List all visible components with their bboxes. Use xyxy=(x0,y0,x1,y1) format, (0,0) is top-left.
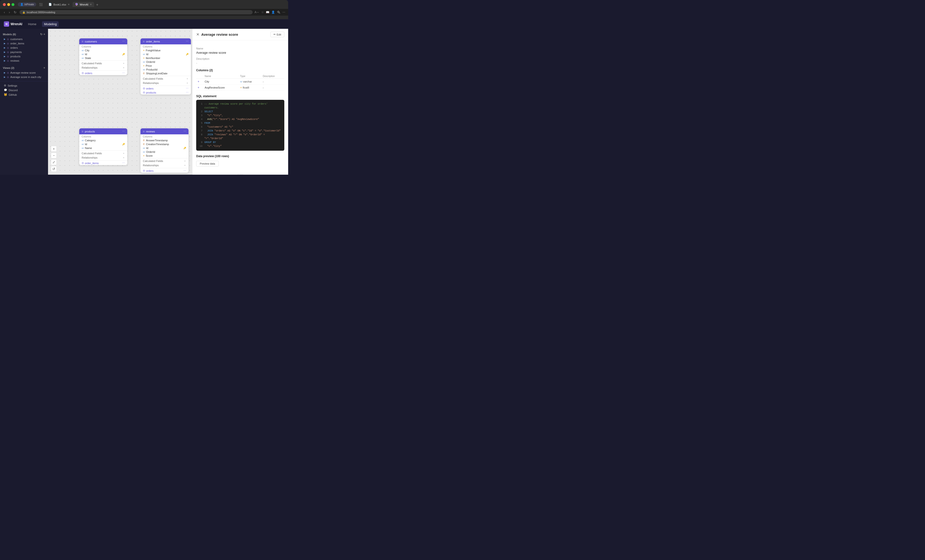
sidebar-item-order-items[interactable]: ▶ ⊙ order_items xyxy=(0,41,48,46)
translate-icon[interactable]: A↔ xyxy=(255,11,259,14)
preview-data-btn[interactable]: Preview data xyxy=(196,161,219,167)
tab-close-wrenai[interactable]: ✕ xyxy=(90,3,92,6)
tab-list-btn[interactable]: ⬛ xyxy=(39,3,43,6)
reviews-rel-expand-btn[interactable]: ＋ xyxy=(184,164,186,167)
panel-col-city-add-btn[interactable]: + xyxy=(197,80,199,83)
reviews-rel-label: Relationships xyxy=(143,164,159,167)
maximize-window-btn[interactable] xyxy=(12,3,14,6)
nav-modeling[interactable]: Modeling xyxy=(42,21,59,27)
refresh-models-btn[interactable]: ↻ xyxy=(40,33,42,36)
reviews-link-menu[interactable]: ⋯ xyxy=(184,169,186,172)
reload-btn[interactable]: ↻ xyxy=(13,10,18,15)
products-link-order-items[interactable]: ⊙ order_items ⋯ xyxy=(79,161,127,165)
panel-col-row-city: + City az varchar - xyxy=(196,79,284,85)
products-link-menu[interactable]: ⋯ xyxy=(122,162,125,165)
add-model-btn[interactable]: + xyxy=(44,33,45,36)
name-field-label: Name xyxy=(196,47,284,50)
tab-wrenai[interactable]: 🔮 WrenAI ✕ xyxy=(72,2,94,7)
models-header: Models (6) xyxy=(3,33,16,36)
customers-link-menu[interactable]: ⋯ xyxy=(122,72,125,75)
order-items-calc-fields[interactable]: Calculated Fields ＋ xyxy=(140,77,191,81)
sidebar-item-label-reviews: reviews xyxy=(11,59,19,62)
panel-edit-btn[interactable]: ✏ Edit xyxy=(270,32,284,37)
address-bar[interactable]: 🔒 localhost:3000/modeling xyxy=(20,10,253,14)
customers-card-menu-btn[interactable]: ⋯ xyxy=(122,40,125,43)
add-view-btn[interactable]: + xyxy=(44,66,45,70)
sidebar-item-avg-review[interactable]: ▶ ⊙ Average review score xyxy=(0,71,48,75)
sidebar-item-payments[interactable]: ▶ ⊙ payments xyxy=(0,50,48,54)
new-tab-btn[interactable]: + xyxy=(95,3,99,7)
sidebar-item-products[interactable]: ▶ ⊙ products xyxy=(0,54,48,59)
no-data-icon: 🗂 xyxy=(237,171,244,175)
sidebar-item-icon-reviews: ▶ xyxy=(4,60,6,62)
reviews-relationships[interactable]: Relationships ＋ xyxy=(140,163,188,167)
order-items-relationships[interactable]: Relationships ＋ xyxy=(140,81,191,85)
sidebar-item-icon-products: ▶ xyxy=(4,55,6,58)
sidebar-item-orders[interactable]: ▶ ⊙ orders xyxy=(0,46,48,50)
customers-calc-expand-btn[interactable]: ＋ xyxy=(122,62,125,65)
card-order-items: ⊙ order_items ⋯ Columns ≋ FreightValue a… xyxy=(140,38,191,95)
zoom-out-btn[interactable]: − xyxy=(51,153,57,158)
reviews-calc-expand-btn[interactable]: ＋ xyxy=(184,159,186,163)
products-calc-label: Calculated Fields xyxy=(81,152,102,155)
refresh-btn[interactable]: ↺ xyxy=(51,166,57,172)
profile-icon[interactable]: 👤 xyxy=(271,11,275,14)
col-header-desc: Description xyxy=(261,74,284,79)
zoom-in-btn[interactable]: + xyxy=(51,146,57,152)
customers-relationships[interactable]: Relationships ＋ xyxy=(79,66,127,70)
sidebar-item-avg-score-city[interactable]: ▶ ⊙ Average score in each city xyxy=(0,75,48,79)
tab-label-book1: Book1.xlsx xyxy=(53,3,66,6)
sidebar-avg-score-view-icon: ⊙ xyxy=(7,76,9,78)
more-icon[interactable]: ⋯ xyxy=(282,11,285,14)
order-items-link-products-menu[interactable]: ⋯ xyxy=(186,91,188,94)
sidebar-item-icon-order-items: ▶ xyxy=(4,42,6,45)
customers-calc-fields[interactable]: Calculated Fields ＋ xyxy=(79,61,127,66)
customers-col-state: az State xyxy=(79,56,127,60)
customers-col-state-type: az xyxy=(81,57,84,59)
sql-line-7: 7 JOIN "orders" AS "o" ON "c"."Id" = "o"… xyxy=(199,129,282,133)
customers-link-orders[interactable]: ⊙ orders ⋯ xyxy=(79,71,127,75)
extensions-icon[interactable]: 🔌 xyxy=(277,11,280,14)
order-items-calc-expand-btn[interactable]: ＋ xyxy=(186,77,188,80)
panel-col-avg-add-btn[interactable]: + xyxy=(197,86,199,89)
fit-btn[interactable]: ⤢ xyxy=(51,159,57,165)
back-btn[interactable]: ‹ xyxy=(3,10,6,15)
products-rel-expand-btn[interactable]: ＋ xyxy=(122,156,125,159)
products-card-menu-btn[interactable]: ⋯ xyxy=(122,130,125,133)
reviews-col-id-name: Id xyxy=(146,147,148,150)
reader-icon[interactable]: 📖 xyxy=(266,11,270,14)
sidebar-item-settings[interactable]: ⚙ Settings xyxy=(0,83,48,88)
products-calc-fields[interactable]: Calculated Fields ＋ xyxy=(79,151,127,156)
reviews-link-orders[interactable]: ⊙ orders ⋯ xyxy=(140,169,188,173)
sidebar-item-discord[interactable]: 💬 Discord xyxy=(0,88,48,92)
sidebar-item-customers[interactable]: ▶ ⊙ customers xyxy=(0,37,48,41)
order-items-link-products[interactable]: ⊙ products ⋯ xyxy=(140,90,191,95)
close-window-btn[interactable] xyxy=(3,3,6,6)
panel-col-row-avgreview: + AvgReviewScore ≋ float8 - xyxy=(196,85,284,91)
order-items-link-orders-menu[interactable]: ⋯ xyxy=(186,87,188,90)
tab-close-book1[interactable]: ✕ xyxy=(68,3,70,6)
tab-label-wrenai: WrenAI xyxy=(80,3,88,6)
products-relationships[interactable]: Relationships ＋ xyxy=(79,156,127,160)
products-calc-expand-btn[interactable]: ＋ xyxy=(122,152,125,155)
nav-home[interactable]: Home xyxy=(26,21,38,27)
minimize-window-btn[interactable] xyxy=(7,3,10,6)
customers-rel-expand-btn[interactable]: ＋ xyxy=(122,66,125,69)
sidebar-item-github[interactable]: 🐱 GitHub xyxy=(0,92,48,97)
github-icon: 🐱 xyxy=(4,93,7,96)
canvas-area[interactable]: ⊙ customers ⋯ Columns az City az Id xyxy=(48,29,192,175)
reviews-calc-fields[interactable]: Calculated Fields ＋ xyxy=(140,159,188,163)
reviews-card-menu-btn[interactable]: ⋯ xyxy=(184,130,186,133)
order-items-card-menu-btn[interactable]: ⋯ xyxy=(186,40,188,43)
reviews-col-creationts-type: 🗓 xyxy=(143,143,145,146)
order-items-col-freight-name: FreightValue xyxy=(146,49,161,52)
order-items-rel-expand-btn[interactable]: ＋ xyxy=(186,81,188,85)
sidebar-item-reviews[interactable]: ▶ ⊙ reviews xyxy=(0,59,48,63)
customers-col-id-name: Id xyxy=(85,53,87,56)
forward-btn[interactable]: › xyxy=(8,10,11,15)
panel-close-btn[interactable]: ✕ xyxy=(196,32,199,37)
bookmark-icon[interactable]: ☆ xyxy=(261,11,264,14)
order-items-col-itemnum: ≋ ItemNumber xyxy=(140,56,191,60)
order-items-link-orders[interactable]: ⊙ orders ⋯ xyxy=(140,86,191,90)
tab-book1[interactable]: 📄 Book1.xlsx ✕ xyxy=(46,2,72,7)
